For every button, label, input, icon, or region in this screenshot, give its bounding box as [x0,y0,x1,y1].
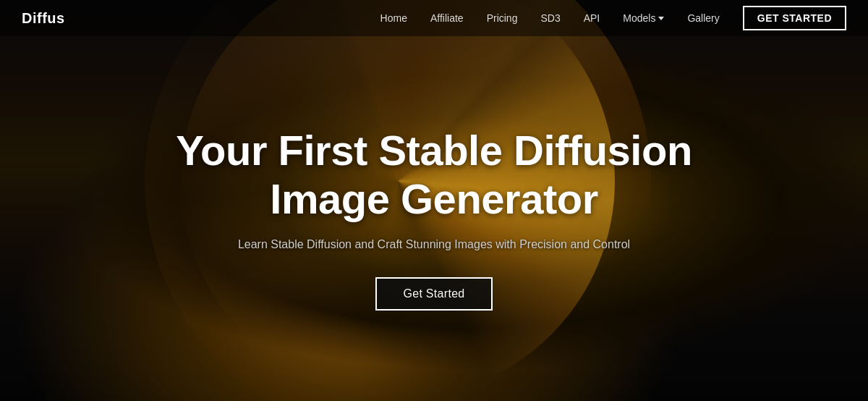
chevron-down-icon [658,17,664,20]
nav-item-affiliate[interactable]: Affiliate [430,12,464,25]
nav-item-cta[interactable]: GET STARTED [743,12,846,25]
nav-link-api[interactable]: API [584,12,600,24]
nav-links: Home Affiliate Pricing SD3 API Models [380,12,846,25]
nav-link-home[interactable]: Home [380,12,407,24]
hero-cta-button[interactable]: Get Started [375,277,492,311]
nav-item-sd3[interactable]: SD3 [540,12,560,25]
nav-cta-button[interactable]: GET STARTED [743,6,846,30]
nav-item-models[interactable]: Models [623,12,664,24]
nav-link-gallery[interactable]: Gallery [687,12,719,24]
nav-item-api[interactable]: API [584,12,600,25]
nav-item-pricing[interactable]: Pricing [487,12,518,25]
hero-title: Your First Stable Diffusion Image Genera… [137,127,731,223]
nav-item-home[interactable]: Home [380,12,407,25]
hero-subtitle: Learn Stable Diffusion and Craft Stunnin… [238,238,630,251]
navbar: Diffus Home Affiliate Pricing SD3 API Mo… [0,0,868,36]
nav-link-models[interactable]: Models [623,12,664,24]
nav-link-pricing[interactable]: Pricing [487,12,518,24]
hero-section: Diffus Home Affiliate Pricing SD3 API Mo… [0,0,868,401]
nav-link-sd3[interactable]: SD3 [540,12,560,24]
hero-content: Your First Stable Diffusion Image Genera… [0,0,868,401]
nav-item-gallery[interactable]: Gallery [687,12,719,25]
brand-logo[interactable]: Diffus [22,10,65,27]
nav-link-affiliate[interactable]: Affiliate [430,12,464,24]
